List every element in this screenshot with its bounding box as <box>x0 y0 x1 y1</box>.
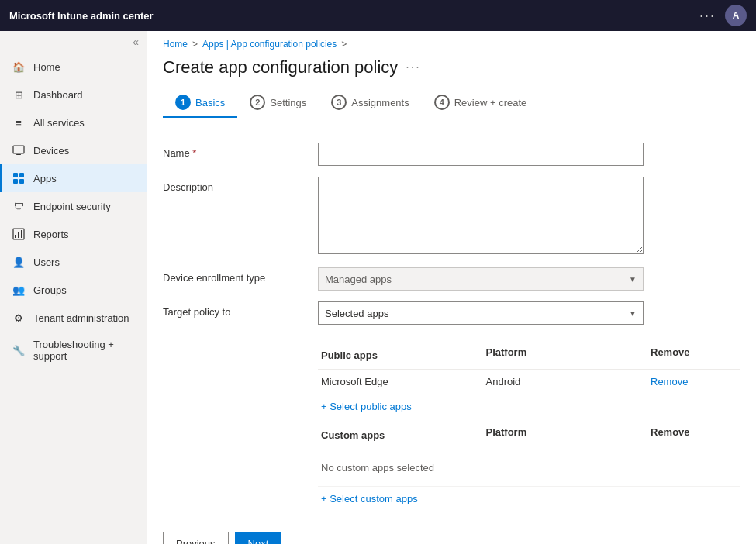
description-label: Description <box>163 177 318 193</box>
tab-settings-num: 2 <box>250 95 265 110</box>
custom-apps-empty-row: No custom apps selected <box>318 449 740 487</box>
page-title: Create app configuration policy <box>163 57 398 77</box>
public-apps-platform-col: Platform <box>483 346 648 364</box>
svg-rect-7 <box>15 235 16 238</box>
sidebar-item-endpoint-security[interactable]: 🛡 Endpoint security <box>0 192 147 220</box>
form-row-device-enrollment: Device enrollment type Managed apps ▼ <box>163 267 740 291</box>
target-policy-chevron: ▼ <box>629 309 637 318</box>
sidebar-label-dashboard: Dashboard <box>33 89 83 101</box>
public-apps-remove-col: Remove <box>647 346 740 364</box>
users-icon: 👤 <box>12 255 26 269</box>
name-input[interactable] <box>318 143 644 166</box>
dashboard-icon: ⊞ <box>12 88 26 102</box>
sidebar-label-troubleshooting: Troubleshooting + support <box>33 339 137 362</box>
tab-assignments[interactable]: 3 Assignments <box>319 88 421 118</box>
target-policy-control: Selected apps ▼ <box>318 301 740 325</box>
page-menu-dots[interactable]: ··· <box>406 60 420 74</box>
svg-rect-2 <box>13 173 18 177</box>
sidebar-item-devices[interactable]: Devices <box>0 136 147 164</box>
target-policy-select[interactable]: Selected apps ▼ <box>318 301 644 325</box>
sidebar-item-apps[interactable]: Apps <box>0 164 147 192</box>
previous-button[interactable]: Previous <box>163 532 229 544</box>
sidebar-item-reports[interactable]: Reports <box>0 220 147 248</box>
custom-apps-header: Custom apps Platform Remove <box>318 422 740 449</box>
main-content: Home > Apps | App configuration policies… <box>147 31 756 544</box>
sidebar-label-devices: Devices <box>33 145 69 157</box>
sidebar-label-home: Home <box>33 61 60 73</box>
description-control <box>318 177 740 257</box>
breadcrumb-sep2: > <box>341 39 347 50</box>
public-app-remove-0[interactable]: Remove <box>647 376 740 387</box>
svg-rect-4 <box>13 179 18 184</box>
apps-icon <box>12 171 26 185</box>
name-label: Name * <box>163 143 318 159</box>
sidebar-label-reports: Reports <box>33 229 69 240</box>
custom-apps-title: Custom apps <box>318 426 483 444</box>
sidebar-label-tenant-administration: Tenant administration <box>33 312 129 324</box>
svg-rect-3 <box>19 173 24 177</box>
custom-apps-platform-col: Platform <box>483 426 648 444</box>
tab-assignments-num: 3 <box>331 95 347 110</box>
sidebar-label-groups: Groups <box>33 284 67 296</box>
topbar: Microsoft Intune admin center ··· A <box>0 0 756 31</box>
form-row-apps: Public apps Platform Remove Microsoft Ed… <box>163 336 740 511</box>
breadcrumb-home[interactable]: Home <box>163 39 188 50</box>
reports-icon <box>12 227 26 241</box>
devices-icon <box>12 143 26 157</box>
page-header: Create app configuration policy ··· <box>147 53 756 88</box>
sidebar-collapse-button[interactable]: « <box>133 36 139 48</box>
tab-review-num: 4 <box>434 95 450 110</box>
select-custom-apps-link[interactable]: + Select custom apps <box>318 487 740 511</box>
all-services-icon: ≡ <box>12 115 26 129</box>
svg-rect-5 <box>19 179 24 184</box>
public-app-platform-0: Android <box>483 376 648 387</box>
topbar-right: ··· A <box>699 5 747 26</box>
custom-apps-remove-col: Remove <box>647 426 740 444</box>
tab-review-label: Review + create <box>454 97 527 108</box>
breadcrumb-apps[interactable]: Apps | App configuration policies <box>202 39 337 50</box>
sidebar-collapse: « <box>0 31 147 53</box>
next-button[interactable]: Next <box>235 532 282 544</box>
endpoint-security-icon: 🛡 <box>12 199 26 213</box>
sidebar-item-dashboard[interactable]: ⊞ Dashboard <box>0 81 147 108</box>
sidebar-item-users[interactable]: 👤 Users <box>0 248 147 276</box>
public-apps-header: Public apps Platform Remove <box>318 342 740 370</box>
public-apps-title: Public apps <box>318 346 483 364</box>
breadcrumb-sep1: > <box>192 39 198 50</box>
tab-review-create[interactable]: 4 Review + create <box>422 88 540 118</box>
device-enrollment-value: Managed apps <box>325 274 392 285</box>
device-enrollment-chevron: ▼ <box>629 275 637 284</box>
sidebar-item-troubleshooting[interactable]: 🔧 Troubleshooting + support <box>0 332 147 369</box>
target-policy-label: Target policy to <box>163 301 318 318</box>
description-textarea[interactable] <box>318 177 644 254</box>
sidebar-item-tenant-administration[interactable]: ⚙ Tenant administration <box>0 304 147 332</box>
tab-settings-label: Settings <box>270 97 306 108</box>
sidebar-label-users: Users <box>33 257 60 268</box>
device-enrollment-label: Device enrollment type <box>163 267 318 284</box>
topbar-menu-dots[interactable]: ··· <box>699 8 716 24</box>
svg-rect-0 <box>13 146 24 153</box>
sidebar-item-home[interactable]: 🏠 Home <box>0 53 147 81</box>
home-icon: 🏠 <box>12 60 26 74</box>
sidebar: « 🏠 Home ⊞ Dashboard ≡ All services Devi… <box>0 31 147 544</box>
svg-rect-8 <box>18 232 19 238</box>
wizard-tabs: 1 Basics 2 Settings 3 Assignments 4 Revi… <box>147 88 756 130</box>
tab-basics[interactable]: 1 Basics <box>163 88 237 118</box>
sidebar-label-endpoint-security: Endpoint security <box>33 201 111 212</box>
target-policy-value: Selected apps <box>325 308 388 319</box>
public-apps-row-0: Microsoft Edge Android Remove <box>318 370 740 394</box>
tenant-admin-icon: ⚙ <box>12 311 26 325</box>
tab-settings[interactable]: 2 Settings <box>237 88 319 118</box>
device-enrollment-select: Managed apps ▼ <box>318 267 644 291</box>
sidebar-item-groups[interactable]: 👥 Groups <box>0 276 147 304</box>
select-public-apps-link[interactable]: + Select public apps <box>318 394 740 418</box>
sidebar-label-apps: Apps <box>33 173 57 184</box>
avatar[interactable]: A <box>725 5 747 26</box>
form-row-target-policy: Target policy to Selected apps ▼ <box>163 301 740 325</box>
sidebar-item-all-services[interactable]: ≡ All services <box>0 108 147 136</box>
name-control <box>318 143 740 166</box>
breadcrumb: Home > Apps | App configuration policies… <box>147 31 756 53</box>
tab-basics-label: Basics <box>195 97 225 108</box>
apps-label-spacer <box>163 336 318 340</box>
tab-basics-num: 1 <box>175 95 191 110</box>
